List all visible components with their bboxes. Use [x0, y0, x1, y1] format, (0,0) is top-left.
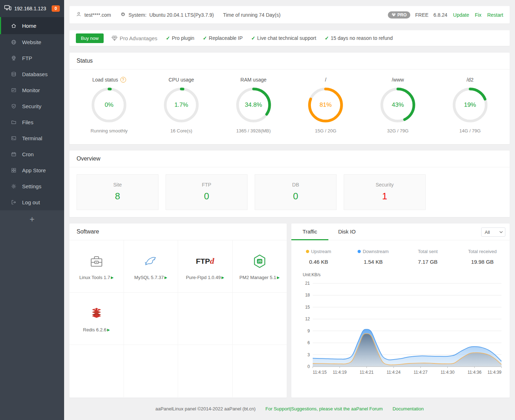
tab-disk-io[interactable]: Disk IO: [328, 224, 365, 240]
overview-card-db[interactable]: DB0: [255, 174, 337, 210]
traffic-chart: Unit:KB/s03691215182111:4:1511:4:1911:4:…: [296, 271, 507, 379]
promo-features: ✓Pro plugin✓Replaceable IP✓Live chat tec…: [157, 35, 393, 41]
overview-card-ftp[interactable]: FTP0: [166, 174, 248, 210]
overview-value: 1: [344, 191, 425, 202]
svg-text:12: 12: [305, 316, 310, 321]
gauge-load-status: Load status?0%Running smoothly: [73, 76, 145, 133]
sidebar-item-app-store[interactable]: App Store: [0, 162, 64, 178]
server-ip-header[interactable]: 192.168.1.123 0: [0, 0, 64, 17]
overview-value: 0: [255, 191, 336, 202]
sidebar-item-label: Files: [22, 119, 33, 125]
top-links: Update Fix Restart: [452, 12, 503, 18]
software-item-pure-ftpd-1-0-49[interactable]: FTPdPure-Ftpd 1.0.49▶: [178, 240, 233, 293]
folder-icon: [11, 119, 17, 125]
mysql-icon: [143, 253, 158, 270]
gauge-ring: 19%: [452, 86, 489, 124]
traffic-stat-label-text: Upstream: [311, 249, 331, 254]
overview-label: Security: [344, 182, 425, 188]
tab-traffic[interactable]: Traffic: [291, 224, 328, 240]
user-icon: [76, 11, 82, 18]
gauge-ring: 1.7%: [163, 86, 200, 124]
promo-feature-15-days-no-reason-to-refund: ✓15 days no reason to refund: [325, 35, 393, 41]
software-empty-cell: [178, 345, 233, 397]
sidebar-item-security[interactable]: Security: [0, 98, 64, 114]
sidebar-item-website[interactable]: Website: [0, 34, 64, 50]
copyright: aaPanelLinux panel ©2014-2022 aaPanel (b…: [155, 406, 255, 411]
buy-now-button[interactable]: Buy now: [76, 33, 104, 43]
fix-link[interactable]: Fix: [475, 12, 482, 18]
overview-card-security[interactable]: Security1: [344, 174, 426, 210]
traffic-stat-label: Downstream: [346, 249, 400, 254]
traffic-filter-select[interactable]: All: [481, 227, 505, 237]
software-item-mysql-5-7-37[interactable]: MySQL 5.7.37▶: [124, 240, 178, 293]
software-empty-cell: [233, 293, 287, 345]
promo-feature-label: Pro plugin: [172, 35, 194, 41]
monitor-icon: [11, 87, 17, 93]
pm2-icon: JS: [252, 253, 267, 270]
gauge-ram-usage: RAM usage34.8%1365 / 3928(MB): [217, 76, 290, 133]
software-empty-cell: [178, 293, 233, 345]
sidebar-item-databases[interactable]: Databases: [0, 66, 64, 82]
sidebar-item-files[interactable]: Files: [0, 114, 64, 130]
domain-group: test****.com: [76, 11, 111, 18]
sidebar-menu: HomeWebsiteFTPDatabasesMonitorSecurityFi…: [0, 17, 64, 210]
restart-link[interactable]: Restart: [487, 12, 503, 18]
sidebar-item-terminal[interactable]: Terminal: [0, 130, 64, 146]
gauge-ring: 43%: [379, 86, 416, 124]
svg-text:18: 18: [305, 293, 310, 298]
sidebar-item-home[interactable]: Home: [0, 17, 64, 34]
gauge-sub: 15G / 20G: [290, 128, 362, 133]
software-empty-cell: [124, 345, 178, 397]
panel-version: 6.8.24: [433, 12, 447, 18]
check-icon: ✓: [251, 35, 255, 41]
traffic-stat-value: 1.54 KB: [346, 259, 400, 265]
gauge-label-text: RAM usage: [240, 77, 266, 83]
play-icon: ▶: [111, 275, 114, 279]
software-name-text: Linux Tools 1.7: [79, 275, 110, 280]
update-link[interactable]: Update: [453, 12, 469, 18]
sidebar-item-label: Home: [22, 23, 36, 29]
help-icon[interactable]: ?: [120, 77, 126, 83]
software-item-pm2-manager-5-1[interactable]: JSPM2 Manager 5.1▶: [233, 240, 287, 293]
svg-text:21: 21: [305, 281, 310, 286]
traffic-stat-label-text: Total sent: [418, 249, 438, 254]
promo-feature-pro-plugin: ✓Pro plugin: [166, 35, 194, 41]
status-title: Status: [69, 53, 510, 69]
svg-text:Unit:KB/s: Unit:KB/s: [303, 272, 321, 277]
sidebar-item-log-out[interactable]: Log out: [0, 194, 64, 210]
calendar-icon: [11, 151, 17, 157]
support-link[interactable]: For Support|Suggestions, please visit th…: [265, 406, 383, 411]
sidebar-item-label: Log out: [22, 199, 40, 205]
message-count-badge[interactable]: 0: [52, 5, 60, 12]
shield-icon: [11, 103, 17, 109]
overview-value: 0: [166, 191, 247, 202]
software-item-redis-6-2-6[interactable]: Redis 6.2.6▶: [69, 293, 124, 345]
sidebar-item-label: Databases: [22, 71, 48, 77]
add-shortcut-button[interactable]: +: [0, 213, 64, 225]
gauge-label: /www: [362, 76, 434, 84]
promo-feature-label: Live chat technical support: [257, 35, 316, 41]
software-name: Linux Tools 1.7▶: [79, 275, 114, 280]
overview-card-site[interactable]: Site8: [77, 174, 158, 210]
gauge-label: /d2: [434, 76, 506, 84]
software-item-linux-tools-1-7[interactable]: Linux Tools 1.7▶: [69, 240, 124, 293]
overview-title: Overview: [69, 151, 510, 167]
traffic-tabs: TrafficDisk IO: [291, 224, 510, 240]
software-name-text: Redis 6.2.6: [83, 327, 106, 332]
sidebar-item-label: FTP: [22, 55, 32, 61]
documentation-link[interactable]: Documentation: [392, 406, 423, 411]
panel-domain[interactable]: test****.com: [84, 12, 111, 18]
diamond-icon: [111, 36, 118, 41]
pro-advantages: Pro Advantages: [111, 35, 157, 41]
gauge-value: 1.7%: [163, 86, 200, 124]
gauge-: /81%15G / 20G: [290, 76, 362, 133]
sidebar-item-settings[interactable]: Settings: [0, 178, 64, 194]
overview-card: Overview Site8FTP0DB0Security1: [69, 151, 510, 217]
sidebar-item-ftp[interactable]: FTP: [0, 50, 64, 66]
sidebar-item-monitor[interactable]: Monitor: [0, 82, 64, 98]
sidebar-item-cron[interactable]: Cron: [0, 146, 64, 162]
traffic-stat-downstream: Downstream1.54 KB: [346, 249, 400, 265]
software-grid: Linux Tools 1.7▶MySQL 5.7.37▶FTPdPure-Ft…: [69, 240, 287, 397]
svg-text:JS: JS: [258, 259, 261, 263]
traffic-stat-value: 19.98 GB: [455, 259, 510, 265]
